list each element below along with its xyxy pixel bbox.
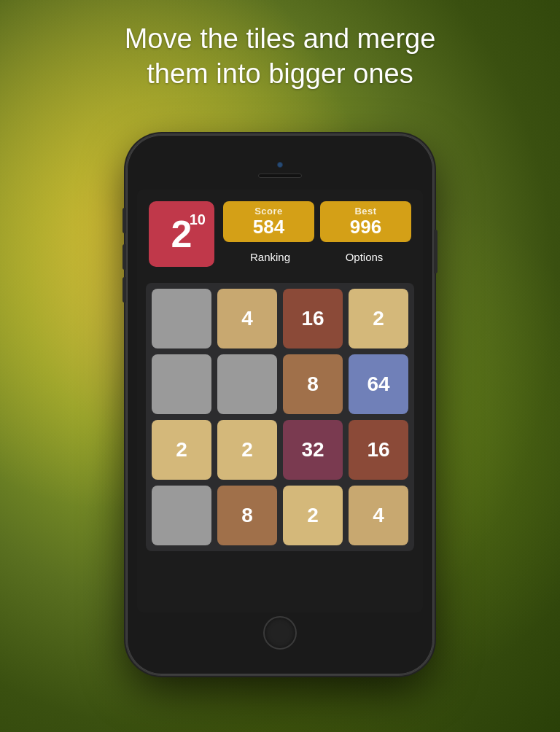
home-button[interactable] xyxy=(263,616,297,650)
action-buttons: Ranking Options xyxy=(223,248,411,266)
game-header: 2 10 Score 584 Best 996 xyxy=(137,190,423,277)
best-value: 996 xyxy=(327,217,404,238)
tile-r1-c2: 8 xyxy=(283,354,343,414)
game-board: 4162864223216824 xyxy=(146,283,414,551)
tile-r0-c1: 4 xyxy=(217,289,277,349)
tile-r0-c2: 16 xyxy=(283,289,343,349)
score-area: Score 584 Best 996 Ranking Options xyxy=(223,201,411,266)
tile-r3-c2: 2 xyxy=(283,486,343,545)
phone-bottom xyxy=(137,612,423,653)
logo-exponent: 10 xyxy=(190,211,206,228)
tile-r1-c1 xyxy=(217,354,277,414)
phone-screen: 2 10 Score 584 Best 996 xyxy=(137,190,423,612)
tile-r3-c0 xyxy=(152,486,211,545)
options-button[interactable]: Options xyxy=(317,248,411,266)
tile-r0-c3: 2 xyxy=(349,289,408,349)
tile-r3-c1: 8 xyxy=(217,486,277,545)
tile-r3-c3: 4 xyxy=(349,486,408,545)
score-boxes: Score 584 Best 996 xyxy=(223,201,411,242)
best-label: Best xyxy=(327,206,404,217)
score-value: 584 xyxy=(230,217,307,238)
ranking-button[interactable]: Ranking xyxy=(223,248,317,266)
tile-r0-c0 xyxy=(152,289,211,349)
phone-device: 2 10 Score 584 Best 996 xyxy=(127,135,433,674)
tile-r2-c1: 2 xyxy=(217,420,277,480)
camera-dot xyxy=(277,162,283,168)
tile-r1-c3: 64 xyxy=(349,354,408,414)
headline-line1: Move the tiles and merge xyxy=(44,22,516,57)
score-box: Score 584 xyxy=(223,201,314,242)
phone-top-area xyxy=(137,149,423,190)
game-logo-tile: 2 10 xyxy=(149,201,214,267)
score-label: Score xyxy=(230,206,307,217)
best-box: Best 996 xyxy=(320,201,411,242)
phone-wrapper: 2 10 Score 584 Best 996 xyxy=(127,135,433,674)
tile-r2-c2: 32 xyxy=(283,420,343,480)
tile-r2-c0: 2 xyxy=(152,420,211,480)
tile-r2-c3: 16 xyxy=(349,420,408,480)
speaker-grille xyxy=(258,174,302,178)
headline: Move the tiles and merge them into bigge… xyxy=(0,22,560,91)
headline-line2: them into bigger ones xyxy=(44,57,516,92)
tile-r1-c0 xyxy=(152,354,211,414)
